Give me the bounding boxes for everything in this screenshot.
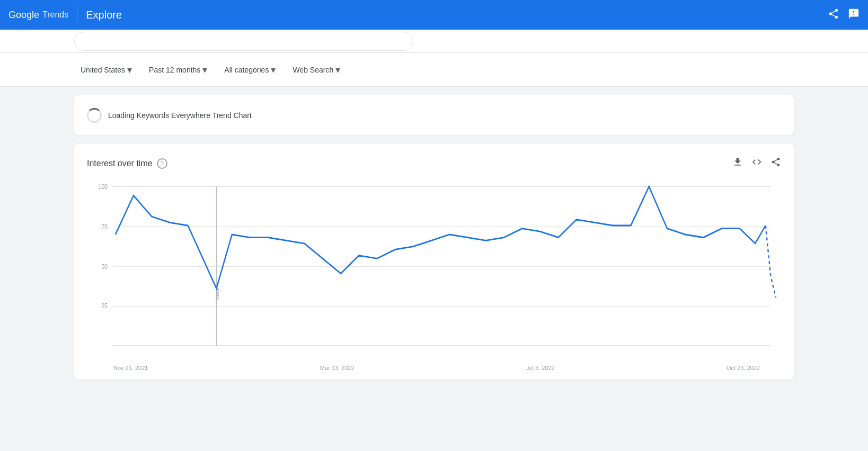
chart-title: Interest over time: [87, 159, 153, 168]
loading-text: Loading Keywords Everywhere Trend Chart: [108, 111, 252, 120]
explore-label: Explore: [86, 9, 122, 21]
header-divider: [77, 7, 77, 22]
category-label: All categories: [224, 66, 269, 74]
google-logo-text: Google: [8, 10, 39, 21]
search-type-filter[interactable]: Web Search ▾: [286, 60, 347, 80]
header-right: [828, 8, 860, 22]
chart-title-group: Interest over time ?: [87, 158, 167, 169]
download-icon[interactable]: [732, 157, 743, 170]
share-icon[interactable]: [828, 8, 839, 22]
feedback-icon[interactable]: [848, 8, 860, 22]
svg-text:Note: Note: [214, 288, 220, 301]
main-content: Loading Keywords Everywhere Trend Chart …: [0, 87, 868, 388]
location-label: United States: [81, 66, 125, 74]
header-left: Google Trends Explore: [8, 7, 122, 22]
loading-card: Loading Keywords Everywhere Trend Chart: [74, 95, 794, 136]
search-type-arrow-icon: ▾: [335, 64, 340, 76]
x-axis-labels: Nov 21, 2021 Mar 13, 2022 Jul 3, 2022 Oc…: [87, 360, 781, 371]
svg-text:75: 75: [101, 223, 108, 230]
chart-actions: [732, 157, 781, 170]
chart-header: Interest over time ?: [87, 157, 781, 170]
help-icon[interactable]: ?: [157, 158, 167, 169]
google-trends-logo: Google Trends: [8, 10, 68, 21]
search-bar-row: [0, 30, 868, 53]
time-label: Past 12 months: [149, 66, 200, 74]
app-header: Google Trends Explore: [0, 0, 868, 30]
embed-icon[interactable]: [751, 157, 762, 170]
search-bar[interactable]: [74, 32, 413, 51]
category-arrow-icon: ▾: [271, 64, 276, 76]
x-label-1: Nov 21, 2021: [113, 365, 148, 371]
category-filter[interactable]: All categories ▾: [218, 60, 282, 80]
time-filter[interactable]: Past 12 months ▾: [143, 60, 214, 80]
trends-logo-text: Trends: [42, 10, 68, 20]
trend-chart-area: 100 75 50 25 Note: [87, 181, 781, 360]
x-label-4: Oct 23, 2022: [727, 365, 760, 371]
filter-bar: United States ▾ Past 12 months ▾ All cat…: [0, 53, 868, 87]
time-arrow-icon: ▾: [202, 64, 207, 76]
chart-card: Interest over time ?: [74, 144, 794, 380]
svg-text:25: 25: [101, 302, 108, 310]
x-label-2: Mar 13, 2022: [320, 365, 355, 371]
svg-text:100: 100: [98, 183, 108, 190]
search-type-label: Web Search: [293, 66, 333, 74]
loading-spinner: [87, 108, 102, 123]
share-chart-icon[interactable]: [770, 157, 781, 170]
location-arrow-icon: ▾: [127, 64, 132, 76]
trend-chart-svg: 100 75 50 25 Note: [87, 181, 781, 360]
svg-text:50: 50: [101, 263, 108, 270]
x-label-3: Jul 3, 2022: [526, 365, 555, 371]
location-filter[interactable]: United States ▾: [74, 60, 138, 80]
